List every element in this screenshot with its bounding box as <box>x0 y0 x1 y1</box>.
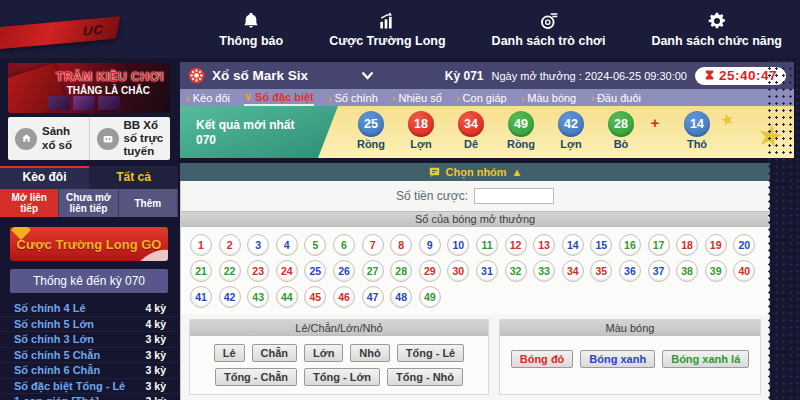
tab-Số đặc biệt[interactable]: ∨Số đặc biệt <box>244 89 314 106</box>
number-ball-4[interactable]: 4 <box>276 234 298 256</box>
sidebar-tab[interactable]: Kèo đôi <box>0 166 89 189</box>
oddeven-button[interactable]: Chẵn <box>252 344 298 362</box>
bet-amount-input[interactable] <box>474 188 554 204</box>
ballcolor-button[interactable]: Bóng đỏ <box>511 350 574 368</box>
lobby-button-0[interactable]: Sảnh xổ số <box>8 117 89 160</box>
number-ball-7[interactable]: 7 <box>362 234 384 256</box>
number-ball-33[interactable]: 33 <box>533 260 555 282</box>
sidebar-subtab[interactable]: Thêm <box>119 189 178 217</box>
number-ball-16[interactable]: 16 <box>619 234 641 256</box>
number-ball-35[interactable]: 35 <box>590 260 612 282</box>
number-ball-36[interactable]: 36 <box>619 260 641 282</box>
number-ball-48[interactable]: 48 <box>390 286 412 308</box>
oddeven-button[interactable]: Tổng - Lớn <box>304 368 380 386</box>
tab-Nhiều số[interactable]: ›Nhiều số <box>392 89 442 106</box>
number-ball-32[interactable]: 32 <box>505 260 527 282</box>
stat-row[interactable]: Số chính 4 Lẻ4 kỳ <box>0 301 178 317</box>
number-ball-39[interactable]: 39 <box>705 260 727 282</box>
number-ball-13[interactable]: 13 <box>533 234 555 256</box>
number-ball-24[interactable]: 24 <box>276 260 298 282</box>
ballcolor-button[interactable]: Bóng xanh lá <box>662 350 749 368</box>
number-ball-41[interactable]: 41 <box>190 286 212 308</box>
number-ball-17[interactable]: 17 <box>648 234 670 256</box>
oddeven-button[interactable]: Tổng - Lẻ <box>397 344 465 362</box>
sidebar-subtab[interactable]: Mở liên tiếp <box>0 189 59 217</box>
number-ball-2[interactable]: 2 <box>219 234 241 256</box>
number-ball-22[interactable]: 22 <box>219 260 241 282</box>
number-ball-25[interactable]: 25 <box>304 260 326 282</box>
number-ball-5[interactable]: 5 <box>304 234 326 256</box>
number-ball-43[interactable]: 43 <box>247 286 269 308</box>
number-ball-46[interactable]: 46 <box>333 286 355 308</box>
number-ball-28[interactable]: 28 <box>390 260 412 282</box>
number-ball-34[interactable]: 34 <box>562 260 584 282</box>
topbar-item-bell[interactable]: Thông báo <box>219 11 283 48</box>
number-ball-42[interactable]: 42 <box>219 286 241 308</box>
number-ball-14[interactable]: 14 <box>562 234 584 256</box>
ballcolor-panel: Màu bóng Bóng đỏBóng xanhBóng xanh lá <box>499 319 761 395</box>
number-ball-18[interactable]: 18 <box>676 234 698 256</box>
number-ball-44[interactable]: 44 <box>276 286 298 308</box>
topbar-item-gear[interactable]: Danh sách chức năng <box>651 11 782 48</box>
oddeven-button[interactable]: Nhỏ <box>350 344 389 362</box>
stat-value: 3 kỳ <box>146 364 166 376</box>
tab-Kèo đôi[interactable]: ›Kèo đôi <box>186 89 230 106</box>
tab-Con giáp[interactable]: ›Con giáp <box>456 89 507 106</box>
stats-period-button[interactable]: Thống kê đến kỳ 070 <box>10 269 168 293</box>
bet-truong-long-button[interactable]: Cược Trường Long GO <box>10 227 168 261</box>
topbar-item-chart[interactable]: Cược Trường Long <box>329 11 445 48</box>
bet-type-tabs: ›Kèo đôi∨Số đặc biệt›Số chính›Nhiều số›C… <box>180 89 794 106</box>
oddeven-button[interactable]: Tổng - Nhỏ <box>387 368 463 386</box>
tab-arrow-icon: ∨ <box>244 90 252 103</box>
number-ball-37[interactable]: 37 <box>648 260 670 282</box>
stat-row[interactable]: Số chính 3 Lớn3 kỳ <box>0 332 178 348</box>
sidebar-tab[interactable]: Tất cả <box>89 166 178 189</box>
oddeven-button[interactable]: Lẻ <box>214 344 245 362</box>
oddeven-button[interactable]: Tổng - Chẵn <box>215 368 297 386</box>
number-ball-20[interactable]: 20 <box>733 234 755 256</box>
number-ball-19[interactable]: 19 <box>705 234 727 256</box>
number-ball-6[interactable]: 6 <box>333 234 355 256</box>
number-ball-40[interactable]: 40 <box>733 260 755 282</box>
number-ball-9[interactable]: 9 <box>419 234 441 256</box>
stat-value: 4 kỳ <box>146 318 166 330</box>
number-ball-21[interactable]: 21 <box>190 260 212 282</box>
chevron-down-icon[interactable] <box>361 71 374 80</box>
number-ball-31[interactable]: 31 <box>476 260 498 282</box>
number-ball-49[interactable]: 49 <box>419 286 441 308</box>
stat-row[interactable]: 1 con giáp [Thỏ]3 kỳ <box>0 394 178 400</box>
stat-row[interactable]: Số đặc biệt Tổng - Lẻ3 kỳ <box>0 379 178 395</box>
number-ball-30[interactable]: 30 <box>447 260 469 282</box>
number-ball-11[interactable]: 11 <box>476 234 498 256</box>
number-ball-38[interactable]: 38 <box>676 260 698 282</box>
tab-Số chính[interactable]: ›Số chính <box>328 89 378 106</box>
oddeven-button[interactable]: Lớn <box>304 344 343 362</box>
number-ball-3[interactable]: 3 <box>247 234 269 256</box>
number-ball-8[interactable]: 8 <box>390 234 412 256</box>
promo-banner[interactable]: TRĂM KIỀU CHƠI THẮNG LÀ CHẮC <box>8 63 170 113</box>
page-body: TRĂM KIỀU CHƠI THẮNG LÀ CHẮC Sảnh xổ sốB… <box>0 58 800 400</box>
stat-row[interactable]: Số chính 6 Chẵn3 kỳ <box>0 363 178 379</box>
choose-group-label: Chọn nhóm <box>446 166 507 178</box>
stat-row[interactable]: Số chính 5 Lớn4 kỳ <box>0 317 178 333</box>
tab-Màu bóng[interactable]: ›Màu bóng <box>521 89 577 106</box>
number-ball-27[interactable]: 27 <box>362 260 384 282</box>
number-ball-26[interactable]: 26 <box>333 260 355 282</box>
site-logo[interactable]: UC <box>0 16 120 49</box>
tab-Đầu đuôi[interactable]: ›Đầu đuôi <box>590 89 641 106</box>
number-ball-29[interactable]: 29 <box>419 260 441 282</box>
number-ball-15[interactable]: 15 <box>590 234 612 256</box>
topbar-item-coin[interactable]: Danh sách trò chơi <box>492 11 606 48</box>
number-ball-47[interactable]: 47 <box>362 286 384 308</box>
lobby-button-1[interactable]: BB Xổ số trực tuyến <box>89 117 171 160</box>
number-ball-1[interactable]: 1 <box>190 234 212 256</box>
stat-row[interactable]: Số chính 5 Chẵn3 kỳ <box>0 348 178 364</box>
number-ball-45[interactable]: 45 <box>304 286 326 308</box>
number-ball-23[interactable]: 23 <box>247 260 269 282</box>
number-ball-12[interactable]: 12 <box>505 234 527 256</box>
ballcolor-button[interactable]: Bóng xanh <box>580 350 655 368</box>
number-ball-10[interactable]: 10 <box>447 234 469 256</box>
result-ball-number: 14 <box>684 111 710 137</box>
sidebar-subtab[interactable]: Chưa mở liên tiếp <box>59 189 118 217</box>
choose-group-bar[interactable]: Chọn nhóm ▲ <box>180 163 770 181</box>
